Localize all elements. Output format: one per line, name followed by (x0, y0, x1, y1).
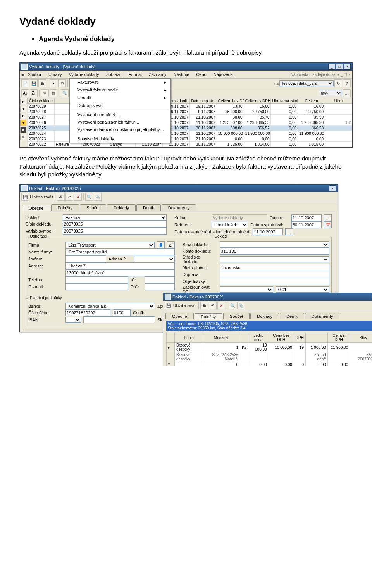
menu-napoveda[interactable]: Nápověda (210, 71, 236, 78)
save-icon[interactable]: 💾 (30, 79, 38, 87)
date-picker-icon[interactable]: … (324, 214, 332, 221)
dropdown-uhradit[interactable]: Uhradit▸ (70, 94, 170, 102)
date-picker-icon-2[interactable]: 📅 (324, 221, 332, 228)
input-stredisko[interactable] (220, 256, 329, 262)
filter-icon[interactable]: ▽ (41, 89, 49, 97)
input-ucet-1[interactable] (65, 309, 110, 316)
child-tab-polozky[interactable]: Položky (195, 313, 223, 320)
input-doklad[interactable]: Faktura (63, 214, 167, 221)
print-icon[interactable]: 🖶 (38, 79, 46, 87)
tab-denik[interactable]: Deník (136, 204, 161, 211)
input-konto[interactable] (220, 248, 329, 255)
grid-col[interactable]: Datum splatn. (189, 98, 217, 104)
input-zaokr-mode[interactable] (220, 286, 273, 293)
child-undo-icon[interactable]: ↶ (209, 302, 217, 309)
tab-soucet[interactable]: Součet (80, 204, 106, 211)
help-search-dropdown-icon[interactable]: ▾ (337, 72, 339, 77)
menu-upravy[interactable]: Úpravy (45, 71, 65, 78)
input-adresa2[interactable] (134, 256, 175, 262)
items-grid[interactable]: PopisMnožstvíJedn. cenaCena bez DPHDPHCe… (166, 333, 372, 366)
menu-icon[interactable]: ≡ (21, 72, 24, 77)
menu-zaznamy[interactable]: Záznamy (146, 71, 169, 78)
grid-col[interactable]: Uhrazená záloha (271, 98, 298, 104)
dropdown-dobropisovat[interactable]: Dobropisovat (70, 102, 170, 109)
items-col[interactable]: Jedn. cena (248, 333, 269, 343)
child-tab-obecne[interactable]: Obecné (165, 313, 194, 319)
menu-vydane[interactable]: Vydané doklady (66, 71, 102, 78)
side-icon-2[interactable]: ◨ (20, 106, 26, 112)
minimize-button[interactable]: _ (328, 64, 335, 70)
grid-col[interactable]: Celkem (298, 98, 325, 104)
items-col[interactable] (305, 333, 327, 343)
menu-soubor[interactable]: Soubor (24, 71, 44, 78)
input-stav[interactable] (220, 241, 329, 248)
input-zaokr-val[interactable]: 0,01 (276, 286, 329, 293)
input-varsymb[interactable] (63, 228, 167, 235)
side-icon-1[interactable]: ◧ (20, 99, 26, 105)
menu-zobrazit[interactable]: Zobrazit (103, 71, 125, 78)
database-combo[interactable]: Testovací data _cars (279, 80, 334, 86)
input-jmeno[interactable] (65, 255, 106, 262)
child-attach-icon[interactable]: 📎 (237, 302, 245, 309)
copy-icon[interactable]: ⧉ (58, 79, 66, 87)
input-adresa-2[interactable] (65, 269, 175, 276)
input-iban-val[interactable] (83, 316, 155, 323)
input-ucet-2[interactable] (113, 309, 131, 316)
form-undo-icon[interactable]: ↶ (65, 193, 73, 201)
firma-lookup-icon[interactable]: 👤 (157, 241, 165, 248)
items-col[interactable] (240, 333, 248, 343)
items-col[interactable]: Popis (175, 333, 203, 343)
form-delete-icon[interactable]: ✕ (74, 193, 82, 201)
dropdown-penalizace[interactable]: Vystavení penalizačních faktur… (70, 119, 170, 126)
items-col[interactable] (167, 333, 175, 343)
input-adresa-1[interactable] (65, 262, 175, 269)
dropdown-danovy-doklad[interactable]: Vystavení daňového dokladu o přijetí pla… (70, 126, 170, 133)
items-col[interactable]: Cena s DPH (327, 333, 350, 343)
input-email[interactable] (65, 283, 128, 290)
input-dic[interactable] (145, 283, 175, 290)
child-tab-doklady[interactable]: Doklady (250, 313, 279, 319)
side-icon-5[interactable]: ■ (20, 127, 26, 133)
dropdown-vystavit-podle[interactable]: Vystavit fakturu podle▸ (70, 86, 170, 94)
input-cislo[interactable] (63, 221, 167, 228)
menu-format[interactable]: Formát (125, 71, 145, 78)
input-objednavky[interactable] (220, 278, 329, 285)
form-search-icon[interactable]: 🔍 (85, 193, 93, 201)
side-icon-6[interactable]: ▤ (20, 134, 26, 140)
filter-form-icon[interactable]: ▥ (50, 89, 57, 97)
date-picker-icon-3[interactable]: … (285, 228, 293, 235)
grid-col[interactable]: Uhra (325, 98, 352, 104)
input-datum-spl[interactable] (291, 221, 322, 228)
child-delete-icon[interactable]: ✕ (217, 302, 225, 309)
child-print-icon[interactable]: 🖶 (200, 302, 208, 309)
menu-nastroje[interactable]: Nástroje (170, 71, 192, 78)
firma-card-icon[interactable]: 🗂 (167, 241, 175, 248)
close-button[interactable]: × (344, 64, 351, 70)
child-tab-denik[interactable]: Deník (280, 313, 304, 319)
find-icon[interactable]: 🔍 (61, 89, 69, 97)
input-telefon[interactable] (65, 276, 128, 283)
form-save-icon[interactable]: 💾 (21, 193, 29, 201)
side-icon-3[interactable]: ◧ (20, 113, 26, 119)
input-nazev[interactable] (65, 248, 175, 255)
items-col[interactable]: DPH (294, 333, 305, 343)
dropdown-upominky[interactable]: Vystavení upomínek… (70, 111, 170, 119)
items-col[interactable]: Cena bez DPH (269, 333, 294, 343)
grid-col[interactable]: Celkem bez DPH (217, 98, 244, 104)
new-icon[interactable]: 📄 (21, 79, 29, 87)
sort-desc-icon[interactable]: Z↓ (30, 89, 38, 97)
form-attach-icon[interactable]: 📎 (94, 193, 102, 201)
more-icon[interactable]: … (343, 89, 351, 97)
input-doprava[interactable] (220, 271, 329, 278)
child-tab-dokumenty[interactable]: Dokumenty (305, 313, 340, 319)
input-referent[interactable]: Libor Hušek (212, 222, 248, 228)
menu-okno[interactable]: Okno (193, 71, 209, 78)
vydane-doklady-dropdown[interactable]: Fakturovat▸ Vystavit fakturu podle▸ Uhra… (69, 78, 171, 143)
child-search-icon[interactable]: 🔍 (229, 302, 236, 309)
items-col[interactable]: Stav (350, 333, 372, 343)
tab-doklady[interactable]: Doklady (107, 204, 136, 211)
input-datum-uzp[interactable] (253, 228, 283, 235)
child-save-icon[interactable]: 💾 (165, 302, 172, 309)
sort-asc-icon[interactable]: A↓ (21, 89, 29, 97)
refresh-icon[interactable]: ↻ (334, 79, 342, 87)
